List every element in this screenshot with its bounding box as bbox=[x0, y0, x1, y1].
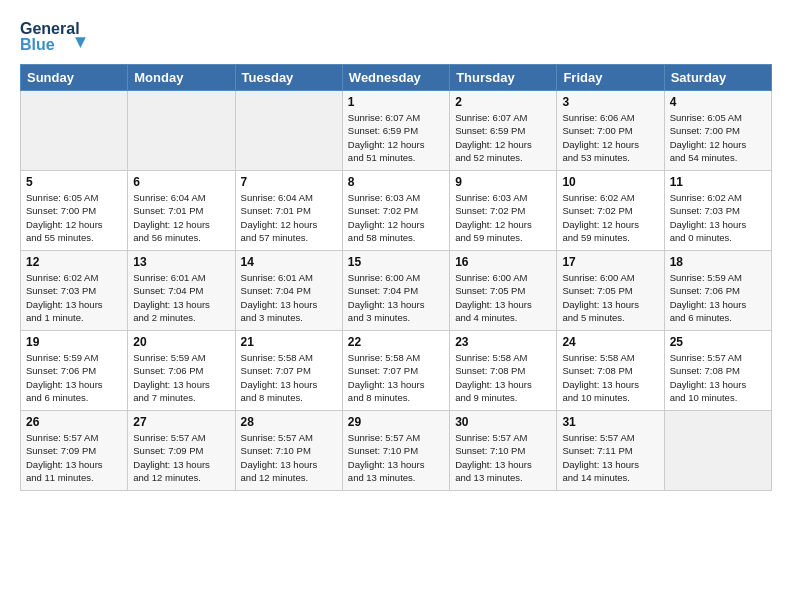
day-cell: 4Sunrise: 6:05 AM Sunset: 7:00 PM Daylig… bbox=[664, 91, 771, 171]
day-info: Sunrise: 5:57 AM Sunset: 7:09 PM Dayligh… bbox=[26, 431, 122, 484]
day-info: Sunrise: 6:02 AM Sunset: 7:02 PM Dayligh… bbox=[562, 191, 658, 244]
day-cell: 16Sunrise: 6:00 AM Sunset: 7:05 PM Dayli… bbox=[450, 251, 557, 331]
day-cell: 8Sunrise: 6:03 AM Sunset: 7:02 PM Daylig… bbox=[342, 171, 449, 251]
day-number: 29 bbox=[348, 415, 444, 429]
day-number: 26 bbox=[26, 415, 122, 429]
day-number: 30 bbox=[455, 415, 551, 429]
day-info: Sunrise: 6:00 AM Sunset: 7:05 PM Dayligh… bbox=[562, 271, 658, 324]
day-cell: 9Sunrise: 6:03 AM Sunset: 7:02 PM Daylig… bbox=[450, 171, 557, 251]
day-info: Sunrise: 6:00 AM Sunset: 7:04 PM Dayligh… bbox=[348, 271, 444, 324]
day-info: Sunrise: 6:03 AM Sunset: 7:02 PM Dayligh… bbox=[455, 191, 551, 244]
day-cell: 2Sunrise: 6:07 AM Sunset: 6:59 PM Daylig… bbox=[450, 91, 557, 171]
day-number: 22 bbox=[348, 335, 444, 349]
day-cell bbox=[664, 411, 771, 491]
day-cell: 23Sunrise: 5:58 AM Sunset: 7:08 PM Dayli… bbox=[450, 331, 557, 411]
day-info: Sunrise: 5:57 AM Sunset: 7:11 PM Dayligh… bbox=[562, 431, 658, 484]
week-row-4: 19Sunrise: 5:59 AM Sunset: 7:06 PM Dayli… bbox=[21, 331, 772, 411]
svg-text:General: General bbox=[20, 20, 80, 37]
header: General Blue bbox=[20, 16, 772, 56]
day-cell: 25Sunrise: 5:57 AM Sunset: 7:08 PM Dayli… bbox=[664, 331, 771, 411]
day-info: Sunrise: 5:58 AM Sunset: 7:08 PM Dayligh… bbox=[562, 351, 658, 404]
day-info: Sunrise: 6:04 AM Sunset: 7:01 PM Dayligh… bbox=[241, 191, 337, 244]
day-cell: 5Sunrise: 6:05 AM Sunset: 7:00 PM Daylig… bbox=[21, 171, 128, 251]
weekday-header-monday: Monday bbox=[128, 65, 235, 91]
page: General Blue SundayMondayTuesdayWednesda… bbox=[0, 0, 792, 507]
day-info: Sunrise: 5:57 AM Sunset: 7:10 PM Dayligh… bbox=[241, 431, 337, 484]
day-cell: 18Sunrise: 5:59 AM Sunset: 7:06 PM Dayli… bbox=[664, 251, 771, 331]
day-cell: 24Sunrise: 5:58 AM Sunset: 7:08 PM Dayli… bbox=[557, 331, 664, 411]
day-number: 19 bbox=[26, 335, 122, 349]
day-info: Sunrise: 5:59 AM Sunset: 7:06 PM Dayligh… bbox=[670, 271, 766, 324]
day-number: 12 bbox=[26, 255, 122, 269]
day-number: 18 bbox=[670, 255, 766, 269]
day-cell: 14Sunrise: 6:01 AM Sunset: 7:04 PM Dayli… bbox=[235, 251, 342, 331]
day-number: 25 bbox=[670, 335, 766, 349]
day-cell: 30Sunrise: 5:57 AM Sunset: 7:10 PM Dayli… bbox=[450, 411, 557, 491]
day-info: Sunrise: 6:01 AM Sunset: 7:04 PM Dayligh… bbox=[133, 271, 229, 324]
day-number: 20 bbox=[133, 335, 229, 349]
day-number: 17 bbox=[562, 255, 658, 269]
week-row-5: 26Sunrise: 5:57 AM Sunset: 7:09 PM Dayli… bbox=[21, 411, 772, 491]
day-info: Sunrise: 5:58 AM Sunset: 7:07 PM Dayligh… bbox=[241, 351, 337, 404]
day-cell: 7Sunrise: 6:04 AM Sunset: 7:01 PM Daylig… bbox=[235, 171, 342, 251]
day-info: Sunrise: 6:04 AM Sunset: 7:01 PM Dayligh… bbox=[133, 191, 229, 244]
day-number: 15 bbox=[348, 255, 444, 269]
day-info: Sunrise: 6:02 AM Sunset: 7:03 PM Dayligh… bbox=[670, 191, 766, 244]
day-cell: 15Sunrise: 6:00 AM Sunset: 7:04 PM Dayli… bbox=[342, 251, 449, 331]
day-cell: 19Sunrise: 5:59 AM Sunset: 7:06 PM Dayli… bbox=[21, 331, 128, 411]
day-cell: 21Sunrise: 5:58 AM Sunset: 7:07 PM Dayli… bbox=[235, 331, 342, 411]
calendar: SundayMondayTuesdayWednesdayThursdayFrid… bbox=[20, 64, 772, 491]
day-number: 7 bbox=[241, 175, 337, 189]
day-cell: 12Sunrise: 6:02 AM Sunset: 7:03 PM Dayli… bbox=[21, 251, 128, 331]
day-cell: 17Sunrise: 6:00 AM Sunset: 7:05 PM Dayli… bbox=[557, 251, 664, 331]
logo-svg: General Blue bbox=[20, 16, 100, 56]
day-info: Sunrise: 5:58 AM Sunset: 7:07 PM Dayligh… bbox=[348, 351, 444, 404]
day-info: Sunrise: 5:57 AM Sunset: 7:10 PM Dayligh… bbox=[348, 431, 444, 484]
day-number: 27 bbox=[133, 415, 229, 429]
logo: General Blue bbox=[20, 16, 100, 56]
day-number: 4 bbox=[670, 95, 766, 109]
day-number: 2 bbox=[455, 95, 551, 109]
day-cell: 29Sunrise: 5:57 AM Sunset: 7:10 PM Dayli… bbox=[342, 411, 449, 491]
day-info: Sunrise: 5:59 AM Sunset: 7:06 PM Dayligh… bbox=[26, 351, 122, 404]
day-number: 16 bbox=[455, 255, 551, 269]
weekday-header-thursday: Thursday bbox=[450, 65, 557, 91]
day-cell: 20Sunrise: 5:59 AM Sunset: 7:06 PM Dayli… bbox=[128, 331, 235, 411]
day-cell: 10Sunrise: 6:02 AM Sunset: 7:02 PM Dayli… bbox=[557, 171, 664, 251]
weekday-header-wednesday: Wednesday bbox=[342, 65, 449, 91]
day-cell: 27Sunrise: 5:57 AM Sunset: 7:09 PM Dayli… bbox=[128, 411, 235, 491]
day-info: Sunrise: 6:07 AM Sunset: 6:59 PM Dayligh… bbox=[348, 111, 444, 164]
day-cell: 31Sunrise: 5:57 AM Sunset: 7:11 PM Dayli… bbox=[557, 411, 664, 491]
day-info: Sunrise: 5:57 AM Sunset: 7:10 PM Dayligh… bbox=[455, 431, 551, 484]
day-info: Sunrise: 6:05 AM Sunset: 7:00 PM Dayligh… bbox=[26, 191, 122, 244]
day-info: Sunrise: 5:59 AM Sunset: 7:06 PM Dayligh… bbox=[133, 351, 229, 404]
week-row-3: 12Sunrise: 6:02 AM Sunset: 7:03 PM Dayli… bbox=[21, 251, 772, 331]
day-number: 3 bbox=[562, 95, 658, 109]
week-row-1: 1Sunrise: 6:07 AM Sunset: 6:59 PM Daylig… bbox=[21, 91, 772, 171]
weekday-header-sunday: Sunday bbox=[21, 65, 128, 91]
day-number: 1 bbox=[348, 95, 444, 109]
day-number: 24 bbox=[562, 335, 658, 349]
day-number: 23 bbox=[455, 335, 551, 349]
day-info: Sunrise: 6:01 AM Sunset: 7:04 PM Dayligh… bbox=[241, 271, 337, 324]
day-cell bbox=[128, 91, 235, 171]
day-number: 5 bbox=[26, 175, 122, 189]
day-info: Sunrise: 5:57 AM Sunset: 7:09 PM Dayligh… bbox=[133, 431, 229, 484]
day-number: 13 bbox=[133, 255, 229, 269]
day-number: 8 bbox=[348, 175, 444, 189]
weekday-header-saturday: Saturday bbox=[664, 65, 771, 91]
day-info: Sunrise: 6:00 AM Sunset: 7:05 PM Dayligh… bbox=[455, 271, 551, 324]
day-cell: 13Sunrise: 6:01 AM Sunset: 7:04 PM Dayli… bbox=[128, 251, 235, 331]
day-number: 9 bbox=[455, 175, 551, 189]
day-info: Sunrise: 5:57 AM Sunset: 7:08 PM Dayligh… bbox=[670, 351, 766, 404]
day-info: Sunrise: 6:02 AM Sunset: 7:03 PM Dayligh… bbox=[26, 271, 122, 324]
svg-marker-2 bbox=[75, 37, 86, 48]
day-cell: 26Sunrise: 5:57 AM Sunset: 7:09 PM Dayli… bbox=[21, 411, 128, 491]
day-cell bbox=[21, 91, 128, 171]
day-cell: 1Sunrise: 6:07 AM Sunset: 6:59 PM Daylig… bbox=[342, 91, 449, 171]
weekday-header-row: SundayMondayTuesdayWednesdayThursdayFrid… bbox=[21, 65, 772, 91]
day-cell bbox=[235, 91, 342, 171]
weekday-header-friday: Friday bbox=[557, 65, 664, 91]
day-cell: 6Sunrise: 6:04 AM Sunset: 7:01 PM Daylig… bbox=[128, 171, 235, 251]
day-number: 14 bbox=[241, 255, 337, 269]
